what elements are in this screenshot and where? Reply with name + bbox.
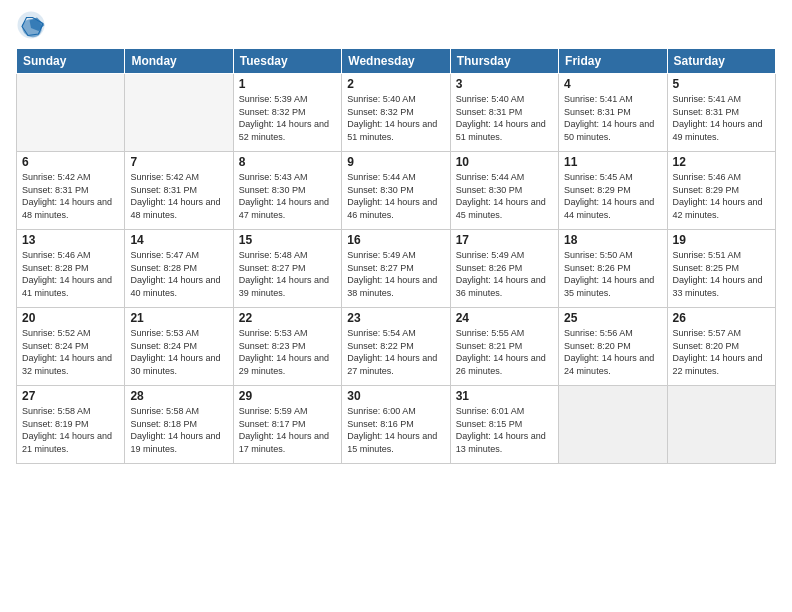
cell-info: Sunset: 8:29 PM bbox=[564, 184, 661, 197]
cell-info: Daylight: 14 hours and 30 minutes. bbox=[130, 352, 227, 377]
cell-info: Sunset: 8:17 PM bbox=[239, 418, 336, 431]
cell-info: Sunrise: 5:57 AM bbox=[673, 327, 770, 340]
calendar-cell: 11Sunrise: 5:45 AMSunset: 8:29 PMDayligh… bbox=[559, 152, 667, 230]
calendar-cell: 4Sunrise: 5:41 AMSunset: 8:31 PMDaylight… bbox=[559, 74, 667, 152]
cell-info: Sunset: 8:30 PM bbox=[239, 184, 336, 197]
cell-info: Sunrise: 5:59 AM bbox=[239, 405, 336, 418]
cell-info: Daylight: 14 hours and 46 minutes. bbox=[347, 196, 444, 221]
cell-info: Daylight: 14 hours and 29 minutes. bbox=[239, 352, 336, 377]
cell-info: Sunset: 8:27 PM bbox=[239, 262, 336, 275]
day-header-tuesday: Tuesday bbox=[233, 49, 341, 74]
calendar-cell: 30Sunrise: 6:00 AMSunset: 8:16 PMDayligh… bbox=[342, 386, 450, 464]
day-number: 12 bbox=[673, 155, 770, 169]
day-header-wednesday: Wednesday bbox=[342, 49, 450, 74]
calendar-cell: 2Sunrise: 5:40 AMSunset: 8:32 PMDaylight… bbox=[342, 74, 450, 152]
cell-info: Daylight: 14 hours and 50 minutes. bbox=[564, 118, 661, 143]
day-number: 23 bbox=[347, 311, 444, 325]
cell-info: Daylight: 14 hours and 26 minutes. bbox=[456, 352, 553, 377]
calendar-cell: 23Sunrise: 5:54 AMSunset: 8:22 PMDayligh… bbox=[342, 308, 450, 386]
calendar-cell bbox=[559, 386, 667, 464]
cell-info: Sunset: 8:23 PM bbox=[239, 340, 336, 353]
header-row: SundayMondayTuesdayWednesdayThursdayFrid… bbox=[17, 49, 776, 74]
day-number: 28 bbox=[130, 389, 227, 403]
cell-info: Daylight: 14 hours and 51 minutes. bbox=[347, 118, 444, 143]
cell-info: Sunrise: 5:49 AM bbox=[347, 249, 444, 262]
cell-info: Sunrise: 5:44 AM bbox=[456, 171, 553, 184]
cell-info: Sunset: 8:24 PM bbox=[130, 340, 227, 353]
cell-info: Daylight: 14 hours and 39 minutes. bbox=[239, 274, 336, 299]
day-number: 24 bbox=[456, 311, 553, 325]
cell-info: Sunset: 8:18 PM bbox=[130, 418, 227, 431]
page: SundayMondayTuesdayWednesdayThursdayFrid… bbox=[0, 0, 792, 612]
cell-info: Sunset: 8:31 PM bbox=[130, 184, 227, 197]
cell-info: Sunrise: 5:42 AM bbox=[22, 171, 119, 184]
calendar-cell bbox=[125, 74, 233, 152]
day-number: 1 bbox=[239, 77, 336, 91]
calendar-cell: 20Sunrise: 5:52 AMSunset: 8:24 PMDayligh… bbox=[17, 308, 125, 386]
cell-info: Sunset: 8:28 PM bbox=[130, 262, 227, 275]
day-number: 17 bbox=[456, 233, 553, 247]
calendar-cell: 25Sunrise: 5:56 AMSunset: 8:20 PMDayligh… bbox=[559, 308, 667, 386]
day-number: 15 bbox=[239, 233, 336, 247]
day-number: 22 bbox=[239, 311, 336, 325]
cell-info: Daylight: 14 hours and 44 minutes. bbox=[564, 196, 661, 221]
calendar-cell: 22Sunrise: 5:53 AMSunset: 8:23 PMDayligh… bbox=[233, 308, 341, 386]
calendar-cell: 28Sunrise: 5:58 AMSunset: 8:18 PMDayligh… bbox=[125, 386, 233, 464]
calendar-cell: 15Sunrise: 5:48 AMSunset: 8:27 PMDayligh… bbox=[233, 230, 341, 308]
cell-info: Sunrise: 5:40 AM bbox=[347, 93, 444, 106]
cell-info: Sunset: 8:28 PM bbox=[22, 262, 119, 275]
cell-info: Daylight: 14 hours and 19 minutes. bbox=[130, 430, 227, 455]
cell-info: Daylight: 14 hours and 35 minutes. bbox=[564, 274, 661, 299]
logo bbox=[16, 10, 50, 40]
day-number: 25 bbox=[564, 311, 661, 325]
calendar-cell: 17Sunrise: 5:49 AMSunset: 8:26 PMDayligh… bbox=[450, 230, 558, 308]
cell-info: Sunset: 8:22 PM bbox=[347, 340, 444, 353]
calendar-cell: 26Sunrise: 5:57 AMSunset: 8:20 PMDayligh… bbox=[667, 308, 775, 386]
calendar: SundayMondayTuesdayWednesdayThursdayFrid… bbox=[16, 48, 776, 464]
cell-info: Daylight: 14 hours and 48 minutes. bbox=[22, 196, 119, 221]
day-header-friday: Friday bbox=[559, 49, 667, 74]
calendar-cell: 31Sunrise: 6:01 AMSunset: 8:15 PMDayligh… bbox=[450, 386, 558, 464]
cell-info: Sunrise: 5:53 AM bbox=[130, 327, 227, 340]
cell-info: Sunset: 8:26 PM bbox=[456, 262, 553, 275]
calendar-cell: 7Sunrise: 5:42 AMSunset: 8:31 PMDaylight… bbox=[125, 152, 233, 230]
cell-info: Sunset: 8:15 PM bbox=[456, 418, 553, 431]
calendar-cell bbox=[667, 386, 775, 464]
week-row-1: 1Sunrise: 5:39 AMSunset: 8:32 PMDaylight… bbox=[17, 74, 776, 152]
cell-info: Sunrise: 5:39 AM bbox=[239, 93, 336, 106]
calendar-cell: 16Sunrise: 5:49 AMSunset: 8:27 PMDayligh… bbox=[342, 230, 450, 308]
calendar-cell: 6Sunrise: 5:42 AMSunset: 8:31 PMDaylight… bbox=[17, 152, 125, 230]
cell-info: Sunset: 8:31 PM bbox=[456, 106, 553, 119]
calendar-cell: 3Sunrise: 5:40 AMSunset: 8:31 PMDaylight… bbox=[450, 74, 558, 152]
day-number: 31 bbox=[456, 389, 553, 403]
cell-info: Sunrise: 5:46 AM bbox=[673, 171, 770, 184]
day-number: 26 bbox=[673, 311, 770, 325]
cell-info: Sunrise: 6:01 AM bbox=[456, 405, 553, 418]
cell-info: Sunset: 8:19 PM bbox=[22, 418, 119, 431]
cell-info: Sunrise: 5:51 AM bbox=[673, 249, 770, 262]
cell-info: Sunset: 8:32 PM bbox=[239, 106, 336, 119]
day-number: 19 bbox=[673, 233, 770, 247]
cell-info: Sunset: 8:24 PM bbox=[22, 340, 119, 353]
cell-info: Daylight: 14 hours and 36 minutes. bbox=[456, 274, 553, 299]
week-row-5: 27Sunrise: 5:58 AMSunset: 8:19 PMDayligh… bbox=[17, 386, 776, 464]
day-number: 8 bbox=[239, 155, 336, 169]
day-header-monday: Monday bbox=[125, 49, 233, 74]
cell-info: Sunset: 8:31 PM bbox=[564, 106, 661, 119]
cell-info: Sunrise: 5:42 AM bbox=[130, 171, 227, 184]
day-number: 20 bbox=[22, 311, 119, 325]
cell-info: Sunrise: 5:45 AM bbox=[564, 171, 661, 184]
cell-info: Sunrise: 5:53 AM bbox=[239, 327, 336, 340]
calendar-cell: 24Sunrise: 5:55 AMSunset: 8:21 PMDayligh… bbox=[450, 308, 558, 386]
calendar-cell: 13Sunrise: 5:46 AMSunset: 8:28 PMDayligh… bbox=[17, 230, 125, 308]
day-number: 5 bbox=[673, 77, 770, 91]
calendar-cell bbox=[17, 74, 125, 152]
cell-info: Sunset: 8:26 PM bbox=[564, 262, 661, 275]
calendar-cell: 8Sunrise: 5:43 AMSunset: 8:30 PMDaylight… bbox=[233, 152, 341, 230]
cell-info: Sunset: 8:31 PM bbox=[22, 184, 119, 197]
cell-info: Sunset: 8:20 PM bbox=[673, 340, 770, 353]
cell-info: Daylight: 14 hours and 42 minutes. bbox=[673, 196, 770, 221]
cell-info: Sunset: 8:21 PM bbox=[456, 340, 553, 353]
cell-info: Sunrise: 5:54 AM bbox=[347, 327, 444, 340]
day-number: 2 bbox=[347, 77, 444, 91]
